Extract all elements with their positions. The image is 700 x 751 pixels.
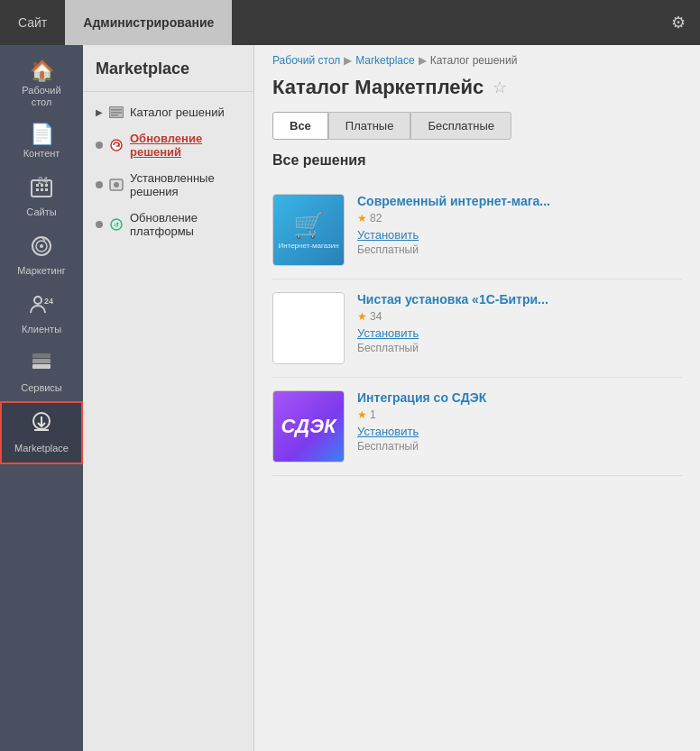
svg-text:↺: ↺ [114, 222, 119, 228]
nav-platform-label: Обновление платформы [130, 211, 241, 238]
price-shop: Бесплатный [357, 243, 682, 256]
solution-thumb-bitrix [272, 292, 345, 364]
sidebar-label-marketplace: Marketplace [14, 443, 69, 454]
svg-text:24: 24 [38, 177, 49, 186]
content-icon: 📄 [30, 124, 54, 144]
main-layout: 🏠 Рабочий стол 📄 Контент 24 Сайты Мар [0, 45, 700, 751]
install-button-sdek[interactable]: Установить [357, 425, 682, 438]
page-title: Каталог Маркетплейс [272, 76, 484, 99]
solution-item-bitrix: Чистая установка «1С-Битри... ★ 34 Устан… [272, 279, 682, 378]
tab-admin[interactable]: Администрирование [65, 0, 232, 45]
page-header: Каталог Маркетплейс ☆ [254, 70, 700, 112]
solution-info-bitrix: Чистая установка «1С-Битри... ★ 34 Устан… [357, 292, 682, 354]
nav-updates-label: Обновление решений [130, 132, 241, 159]
svg-rect-5 [41, 188, 43, 191]
solution-name-bitrix[interactable]: Чистая установка «1С-Битри... [357, 292, 682, 307]
solution-thumb-sdek: СДЭК [272, 390, 345, 463]
solution-name-sdek[interactable]: Интеграция со СДЭК [357, 390, 682, 405]
breadcrumb-current: Каталог решений [430, 54, 518, 67]
svg-point-25 [111, 140, 122, 151]
svg-rect-14 [32, 364, 51, 369]
star-icon-shop: ★ [357, 212, 367, 224]
bullet-icon-2 [96, 181, 103, 188]
solution-rating-bitrix: ★ 34 [357, 310, 682, 323]
sidebar-item-desktop[interactable]: 🏠 Рабочий стол [0, 52, 83, 115]
filter-tab-paid[interactable]: Платные [328, 112, 411, 140]
home-icon: 🏠 [30, 61, 54, 81]
breadcrumb-sep-2: ▶ [419, 54, 427, 67]
gear-icon[interactable]: ⚙ [671, 13, 686, 32]
breadcrumb-home[interactable]: Рабочий стол [272, 54, 340, 67]
solution-rating-shop: ★ 82 [357, 212, 682, 224]
install-button-bitrix[interactable]: Установить [357, 326, 682, 340]
bullet-icon-3 [96, 221, 103, 228]
left-sidebar: 🏠 Рабочий стол 📄 Контент 24 Сайты Мар [0, 45, 83, 751]
svg-rect-23 [111, 112, 122, 114]
sdek-thumbnail: СДЭК [273, 390, 344, 463]
tab-site[interactable]: Сайт [0, 0, 65, 45]
favorite-star-icon[interactable]: ☆ [493, 78, 507, 97]
sidebar-label-sites: Сайты [26, 206, 56, 218]
star-icon-sdek: ★ [357, 408, 367, 421]
nav-item-installed[interactable]: Установленные решения [83, 165, 253, 205]
nav-item-catalog[interactable]: ▶ Каталог решений [83, 99, 253, 125]
shop-thumb-label: Интернет-магазин [278, 242, 338, 250]
price-sdek: Бесплатный [357, 440, 682, 453]
nav-installed-label: Установленные решения [130, 171, 241, 198]
sidebar-label-services: Сервисы [21, 382, 62, 394]
cart-icon: 🛒 [293, 210, 325, 240]
marketing-icon [30, 234, 53, 261]
solution-item-sdek: СДЭК Интеграция со СДЭК ★ 1 Установить Б… [272, 378, 682, 476]
arrow-icon: ▶ [96, 107, 103, 117]
content-area: Рабочий стол ▶ Marketplace ▶ Каталог реш… [254, 45, 700, 751]
rating-value-bitrix: 34 [370, 310, 382, 323]
sidebar-item-clients[interactable]: 24 Клиенты [0, 284, 83, 343]
svg-rect-24 [111, 114, 118, 116]
solutions-title: Все решения [272, 152, 682, 169]
solution-name-shop[interactable]: Современный интернет-мага... [357, 194, 682, 208]
solution-rating-sdek: ★ 1 [357, 408, 682, 421]
nav-catalog-label: Каталог решений [130, 105, 225, 119]
rating-value-sdek: 1 [370, 408, 376, 421]
nav-item-platform[interactable]: ↺ Обновление платформы [83, 205, 253, 244]
solution-item-shop: 🛒 Интернет-магазин Современный интернет-… [272, 181, 682, 279]
nav-item-updates[interactable]: Обновление решений [83, 125, 253, 165]
svg-text:24: 24 [44, 297, 53, 306]
bullet-icon [96, 142, 103, 149]
sidebar-item-marketplace[interactable]: Marketplace [0, 401, 83, 463]
filter-tab-free[interactable]: Бесплатные [410, 112, 511, 140]
svg-point-10 [40, 244, 43, 248]
svg-rect-6 [45, 188, 48, 191]
sidebar-item-marketing[interactable]: Маркетинг [0, 225, 83, 284]
solution-info-sdek: Интеграция со СДЭК ★ 1 Установить Беспла… [357, 390, 682, 453]
solution-thumb-shop: 🛒 Интернет-магазин [272, 194, 345, 266]
sites-icon: 24 [30, 177, 53, 203]
svg-rect-22 [111, 109, 122, 111]
breadcrumb-sep-1: ▶ [344, 54, 352, 67]
star-icon-bitrix: ★ [357, 310, 367, 323]
sidebar-label-clients: Клиенты [22, 324, 61, 335]
nav-panel-title: Marketplace [83, 60, 253, 92]
clients-icon: 24 [29, 293, 54, 320]
nav-panel: Marketplace ▶ Каталог решений [83, 45, 254, 751]
svg-point-12 [34, 297, 41, 304]
sidebar-item-content[interactable]: 📄 Контент [0, 115, 83, 167]
rating-value-shop: 82 [370, 212, 382, 224]
sidebar-item-services[interactable]: Сервисы [0, 343, 83, 401]
sidebar-label-content: Контент [23, 148, 60, 160]
svg-rect-16 [32, 353, 51, 358]
breadcrumb: Рабочий стол ▶ Marketplace ▶ Каталог реш… [254, 45, 700, 70]
update-icon [108, 139, 124, 151]
installed-icon [108, 179, 124, 191]
price-bitrix: Бесплатный [357, 342, 682, 354]
solution-info-shop: Современный интернет-мага... ★ 82 Устано… [357, 194, 682, 256]
sidebar-item-sites[interactable]: 24 Сайты [0, 168, 83, 225]
sdek-logo: СДЭК [281, 415, 336, 438]
platform-icon: ↺ [108, 218, 124, 231]
breadcrumb-marketplace[interactable]: Marketplace [355, 54, 414, 67]
install-button-shop[interactable]: Установить [357, 228, 682, 242]
sidebar-label-desktop: Рабочий стол [22, 85, 60, 108]
shop-thumbnail: 🛒 Интернет-магазин [273, 194, 344, 266]
solutions-section: Все решения 🛒 Интернет-магазин Современн… [254, 152, 700, 476]
filter-tab-all[interactable]: Все [272, 112, 328, 140]
